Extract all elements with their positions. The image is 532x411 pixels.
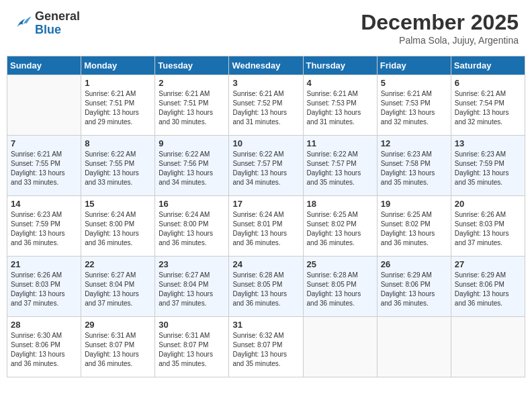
day-number: 14 [11,199,77,209]
day-number: 1 [85,78,151,88]
calendar-week-row: 7Sunrise: 6:21 AMSunset: 7:55 PMDaylight… [7,136,525,196]
calendar-day-cell: 25Sunrise: 6:28 AMSunset: 8:05 PMDayligh… [303,257,377,317]
calendar-week-row: 21Sunrise: 6:26 AMSunset: 8:03 PMDayligh… [7,257,525,317]
day-number: 3 [232,78,299,88]
calendar-day-cell: 10Sunrise: 6:22 AMSunset: 7:57 PMDayligh… [229,136,303,196]
day-info: Sunrise: 6:30 AMSunset: 8:06 PMDaylight:… [11,331,77,369]
calendar-day-cell: 1Sunrise: 6:21 AMSunset: 7:51 PMDaylight… [81,75,155,136]
calendar-day-cell: 2Sunrise: 6:21 AMSunset: 7:51 PMDaylight… [155,75,229,136]
weekday-header: Thursday [303,56,377,75]
calendar-day-cell: 12Sunrise: 6:23 AMSunset: 7:58 PMDayligh… [377,136,451,196]
day-number: 27 [455,259,521,269]
day-info: Sunrise: 6:29 AMSunset: 8:06 PMDaylight:… [381,271,447,308]
calendar-day-cell: 4Sunrise: 6:21 AMSunset: 7:53 PMDaylight… [303,75,377,136]
day-info: Sunrise: 6:24 AMSunset: 8:01 PMDaylight:… [232,210,299,248]
day-info: Sunrise: 6:21 AMSunset: 7:51 PMDaylight:… [85,89,151,127]
calendar-day-cell: 29Sunrise: 6:31 AMSunset: 8:07 PMDayligh… [81,317,155,377]
day-number: 23 [159,259,225,269]
day-number: 29 [85,320,151,330]
title-block: December 2025 Palma Sola, Jujuy, Argenti… [361,10,519,46]
logo-blue: Blue [35,24,80,37]
day-number: 30 [159,320,225,330]
calendar-table: SundayMondayTuesdayWednesdayThursdayFrid… [7,56,525,377]
calendar-day-cell: 9Sunrise: 6:22 AMSunset: 7:56 PMDaylight… [155,136,229,196]
day-number: 26 [381,259,447,269]
day-info: Sunrise: 6:27 AMSunset: 8:04 PMDaylight:… [159,271,225,308]
day-info: Sunrise: 6:21 AMSunset: 7:51 PMDaylight:… [159,89,225,127]
day-number: 16 [159,199,225,209]
calendar-day-cell: 23Sunrise: 6:27 AMSunset: 8:04 PMDayligh… [155,257,229,317]
day-info: Sunrise: 6:22 AMSunset: 7:57 PMDaylight:… [232,150,299,187]
weekday-header: Friday [377,56,451,75]
calendar-day-cell [377,317,451,377]
calendar-day-cell: 24Sunrise: 6:28 AMSunset: 8:05 PMDayligh… [229,257,303,317]
day-info: Sunrise: 6:28 AMSunset: 8:05 PMDaylight:… [307,271,373,308]
calendar-day-cell: 14Sunrise: 6:23 AMSunset: 7:59 PMDayligh… [7,196,81,257]
day-number: 22 [85,259,151,269]
calendar-day-cell: 13Sunrise: 6:23 AMSunset: 7:59 PMDayligh… [451,136,525,196]
day-info: Sunrise: 6:22 AMSunset: 7:55 PMDaylight:… [85,150,151,187]
day-info: Sunrise: 6:28 AMSunset: 8:05 PMDaylight:… [232,271,299,308]
calendar-day-cell: 19Sunrise: 6:25 AMSunset: 8:02 PMDayligh… [377,196,451,257]
day-number: 24 [232,259,299,269]
day-info: Sunrise: 6:31 AMSunset: 8:07 PMDaylight:… [85,331,151,369]
day-info: Sunrise: 6:25 AMSunset: 8:02 PMDaylight:… [381,210,447,248]
day-info: Sunrise: 6:21 AMSunset: 7:52 PMDaylight:… [232,89,299,127]
calendar-day-cell: 3Sunrise: 6:21 AMSunset: 7:52 PMDaylight… [229,75,303,136]
day-number: 10 [232,138,299,148]
logo-text: General Blue [35,10,80,37]
day-number: 6 [455,78,521,88]
day-info: Sunrise: 6:29 AMSunset: 8:06 PMDaylight:… [455,271,521,308]
day-info: Sunrise: 6:21 AMSunset: 7:54 PMDaylight:… [455,89,521,127]
day-number: 17 [232,199,299,209]
calendar-day-cell [303,317,377,377]
day-info: Sunrise: 6:23 AMSunset: 7:58 PMDaylight:… [381,150,447,187]
day-number: 11 [307,138,373,148]
calendar-day-cell: 15Sunrise: 6:24 AMSunset: 8:00 PMDayligh… [81,196,155,257]
day-number: 4 [307,78,373,88]
calendar-week-row: 14Sunrise: 6:23 AMSunset: 7:59 PMDayligh… [7,196,525,257]
day-info: Sunrise: 6:21 AMSunset: 7:53 PMDaylight:… [381,89,447,127]
calendar-day-cell: 26Sunrise: 6:29 AMSunset: 8:06 PMDayligh… [377,257,451,317]
day-number: 9 [159,138,225,148]
day-info: Sunrise: 6:31 AMSunset: 8:07 PMDaylight:… [159,331,225,369]
calendar-day-cell: 28Sunrise: 6:30 AMSunset: 8:06 PMDayligh… [7,317,81,377]
day-number: 8 [85,138,151,148]
logo-bird-icon [13,14,32,33]
day-number: 13 [455,138,521,148]
page-header: General Blue December 2025 Palma Sola, J… [7,7,525,49]
day-number: 25 [307,259,373,269]
day-info: Sunrise: 6:27 AMSunset: 8:04 PMDaylight:… [85,271,151,308]
calendar-day-cell: 27Sunrise: 6:29 AMSunset: 8:06 PMDayligh… [451,257,525,317]
calendar-day-cell: 17Sunrise: 6:24 AMSunset: 8:01 PMDayligh… [229,196,303,257]
day-info: Sunrise: 6:23 AMSunset: 7:59 PMDaylight:… [11,210,77,248]
calendar-day-cell: 16Sunrise: 6:24 AMSunset: 8:00 PMDayligh… [155,196,229,257]
day-number: 19 [381,199,447,209]
day-info: Sunrise: 6:32 AMSunset: 8:07 PMDaylight:… [232,331,299,369]
calendar-day-cell: 8Sunrise: 6:22 AMSunset: 7:55 PMDaylight… [81,136,155,196]
calendar-day-cell: 30Sunrise: 6:31 AMSunset: 8:07 PMDayligh… [155,317,229,377]
weekday-header: Wednesday [229,56,303,75]
calendar-week-row: 28Sunrise: 6:30 AMSunset: 8:06 PMDayligh… [7,317,525,377]
weekday-header: Tuesday [155,56,229,75]
day-info: Sunrise: 6:26 AMSunset: 8:03 PMDaylight:… [455,210,521,248]
calendar-day-cell: 21Sunrise: 6:26 AMSunset: 8:03 PMDayligh… [7,257,81,317]
month-title: December 2025 [361,10,519,35]
day-info: Sunrise: 6:21 AMSunset: 7:53 PMDaylight:… [307,89,373,127]
day-number: 20 [455,199,521,209]
calendar-day-cell: 11Sunrise: 6:22 AMSunset: 7:57 PMDayligh… [303,136,377,196]
calendar-day-cell: 31Sunrise: 6:32 AMSunset: 8:07 PMDayligh… [229,317,303,377]
calendar-day-cell: 6Sunrise: 6:21 AMSunset: 7:54 PMDaylight… [451,75,525,136]
calendar-week-row: 1Sunrise: 6:21 AMSunset: 7:51 PMDaylight… [7,75,525,136]
day-info: Sunrise: 6:26 AMSunset: 8:03 PMDaylight:… [11,271,77,308]
location-subtitle: Palma Sola, Jujuy, Argentina [361,35,519,46]
calendar-day-cell: 7Sunrise: 6:21 AMSunset: 7:55 PMDaylight… [7,136,81,196]
day-number: 18 [307,199,373,209]
day-number: 5 [381,78,447,88]
weekday-header: Saturday [451,56,525,75]
calendar-day-cell: 22Sunrise: 6:27 AMSunset: 8:04 PMDayligh… [81,257,155,317]
logo-general: General [35,10,80,24]
day-info: Sunrise: 6:24 AMSunset: 8:00 PMDaylight:… [159,210,225,248]
weekday-header-row: SundayMondayTuesdayWednesdayThursdayFrid… [7,56,525,75]
day-number: 21 [11,259,77,269]
